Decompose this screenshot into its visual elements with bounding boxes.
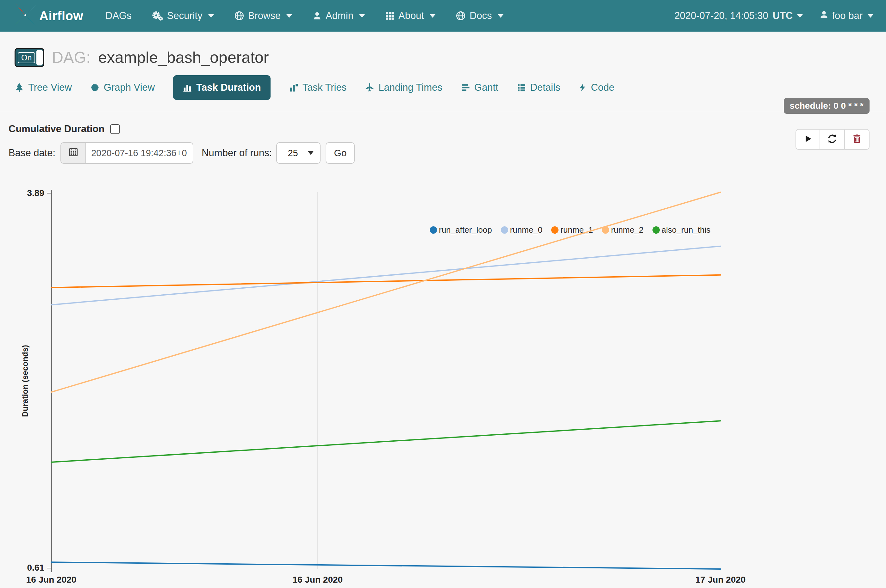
cumulative-duration-label: Cumulative Duration (9, 123, 104, 135)
gantt-icon (461, 83, 470, 92)
series-line-also-run-this (51, 421, 721, 462)
calendar-button[interactable] (60, 142, 86, 164)
trigger-dag-button[interactable] (796, 129, 820, 150)
nav-item-browse[interactable]: Browse (234, 10, 292, 21)
series-line-runme-0 (51, 246, 721, 305)
tab-landing-times[interactable]: Landing Times (365, 82, 442, 93)
nav-item-label: About (399, 10, 424, 21)
nav-item-security[interactable]: Security (152, 10, 214, 21)
legend-dot (602, 226, 609, 234)
delete-dag-button[interactable] (845, 129, 869, 150)
refresh-dag-button[interactable] (820, 129, 845, 150)
dag-action-buttons (796, 129, 869, 150)
legend-item-also-run-this[interactable]: also_run_this (653, 225, 711, 235)
tab-code[interactable]: Code (578, 82, 614, 93)
legend-item-run-after-loop[interactable]: run_after_loop (430, 225, 492, 235)
nav-item-admin[interactable]: Admin (312, 10, 365, 21)
y-max-label: 3.89 (27, 188, 45, 198)
chevron-down-icon (430, 14, 435, 18)
user-icon (312, 11, 322, 21)
legend-dot (430, 226, 437, 234)
tab-label: Tree View (28, 82, 72, 93)
navbar: Airflow DAGs (0, 0, 886, 32)
nav-item-label: Admin (326, 10, 353, 21)
user-icon (819, 10, 829, 22)
nav-item-dags[interactable]: DAGs (105, 10, 132, 21)
nav-item-docs[interactable]: Docs (456, 10, 504, 21)
tab-label: Task Duration (196, 82, 261, 93)
tab-label: Code (591, 82, 614, 93)
nav-item-about[interactable]: About (385, 10, 435, 21)
nav-item-label: Browse (248, 10, 281, 21)
chevron-down-icon (208, 14, 214, 18)
chevron-down-icon (286, 14, 292, 18)
base-date-label: Base date: (9, 147, 56, 159)
view-tabs: Tree View Graph View (15, 75, 886, 100)
tab-graph-view[interactable]: Graph View (90, 82, 155, 93)
plane-icon (365, 83, 375, 92)
y-axis-title: Duration (seconds) (21, 345, 29, 417)
toggle-on-label: On (18, 52, 35, 63)
page-title: example_bash_operator (98, 48, 269, 67)
tab-task-duration[interactable]: Task Duration (173, 75, 270, 100)
go-button[interactable]: Go (326, 142, 355, 164)
tab-task-tries[interactable]: Task Tries (289, 82, 347, 93)
chevron-down-icon (498, 14, 504, 18)
legend-item-runme-1[interactable]: runme_1 (551, 225, 593, 235)
legend-label: runme_1 (560, 225, 593, 235)
base-date-input[interactable] (86, 142, 193, 164)
x-tick-label: 17 Jun 2020 (695, 575, 746, 585)
clock-text: 2020-07-20, 14:05:30 (674, 10, 768, 21)
x-tick-label: 16 Jun 2020 (292, 575, 343, 585)
clock-dropdown[interactable]: 2020-07-20, 14:05:30 UTC (674, 10, 803, 21)
legend-dot (653, 226, 660, 234)
tab-label: Details (530, 82, 560, 93)
burst-icon (90, 83, 100, 92)
user-menu[interactable]: foo bar (819, 10, 873, 22)
airflow-logo[interactable]: Airflow (13, 3, 83, 29)
legend-item-runme-2[interactable]: runme_2 (602, 225, 644, 235)
brand-name: Airflow (39, 9, 83, 23)
nav-menu: DAGs (105, 10, 504, 21)
tab-label: Task Tries (302, 82, 347, 93)
nav-item-label: Security (167, 10, 203, 21)
chart-legend: run_after_loop runme_0 runme_1 runme_2 a… (430, 225, 710, 235)
tab-label: Landing Times (378, 82, 442, 93)
tab-gantt[interactable]: Gantt (461, 82, 498, 93)
cumulative-duration-checkbox[interactable] (110, 124, 120, 134)
tab-details[interactable]: Details (517, 82, 560, 93)
num-runs-select[interactable]: 25 (276, 142, 320, 164)
chevron-down-icon (308, 151, 314, 155)
nav-item-label: Docs (469, 10, 492, 21)
clock-timezone: UTC (773, 10, 793, 21)
chevron-down-icon (359, 14, 365, 18)
legend-item-runme-0[interactable]: runme_0 (501, 225, 543, 235)
y-min-label: 0.61 (27, 563, 45, 573)
x-tick-label: 16 Jun 2020 (26, 575, 77, 585)
legend-label: runme_0 (510, 225, 543, 235)
schedule-badge: schedule: 0 0 * * * (784, 98, 869, 114)
series-line-runme-1 (51, 275, 721, 288)
nav-item-label: DAGs (105, 10, 132, 21)
tab-label: Graph View (104, 82, 155, 93)
legend-label: runme_2 (611, 225, 644, 235)
section-divider (0, 111, 886, 111)
tree-icon (15, 82, 24, 93)
dag-prefix: DAG: (52, 48, 90, 67)
code-icon (578, 83, 587, 92)
legend-dot (551, 226, 558, 234)
bar-chart-icon (183, 83, 192, 92)
trash-icon (852, 134, 862, 146)
pinwheel-icon (13, 3, 38, 29)
globe-icon (456, 11, 466, 21)
series-line-run-after-loop (51, 562, 721, 569)
series-line-runme-2 (51, 192, 721, 392)
toggle-knob (36, 50, 43, 66)
tab-tree-view[interactable]: Tree View (15, 82, 72, 93)
dag-on-off-toggle[interactable]: On (15, 48, 44, 67)
chevron-down-icon (797, 14, 803, 18)
globe-icon (234, 11, 244, 21)
refresh-icon (827, 134, 838, 146)
user-name: foo bar (832, 10, 863, 21)
task-tries-icon (289, 83, 298, 92)
